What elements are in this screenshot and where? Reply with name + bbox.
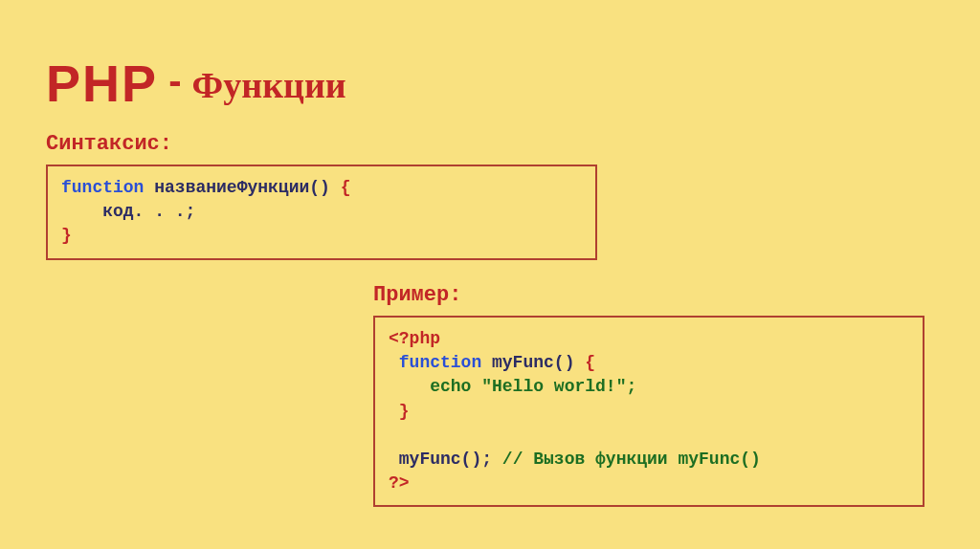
keyword-echo: echo [389,377,481,396]
function-name: myFunc() [481,353,585,372]
example-label: Пример: [373,283,461,307]
title-functions: Функции [192,65,346,105]
brace-open: { [341,178,351,197]
blank-line [389,424,909,448]
brace-close: } [61,224,582,248]
function-call: myFunc(); [389,450,502,469]
code-line: код. . .; [61,200,582,224]
code-line: function названиеФункции() { [61,176,582,200]
syntax-label: Синтаксис: [46,132,172,156]
string-literal: "Hello world!"; [481,377,636,396]
syntax-code-box: function названиеФункции() { код. . .; } [46,165,597,260]
title-dash: - [158,59,192,101]
code-line: myFunc(); // Вызов функции myFunc() [389,448,909,472]
php-close-tag: ?> [389,472,909,495]
title-php: PHP [46,55,158,112]
keyword-function: function [389,353,481,372]
comment: // Вызов функции myFunc() [502,450,761,469]
brace-close: } [389,400,909,424]
example-code-box: <?php function myFunc() { echo "Hello wo… [373,316,924,507]
keyword-function: function [61,178,144,197]
function-name: названиеФункции() [144,178,340,197]
code-line: function myFunc() { [389,351,909,375]
php-open-tag: <?php [389,327,909,351]
code-line: echo "Hello world!"; [389,375,909,399]
brace-open: { [585,353,595,372]
slide-title: PHP - Функции [46,54,346,113]
